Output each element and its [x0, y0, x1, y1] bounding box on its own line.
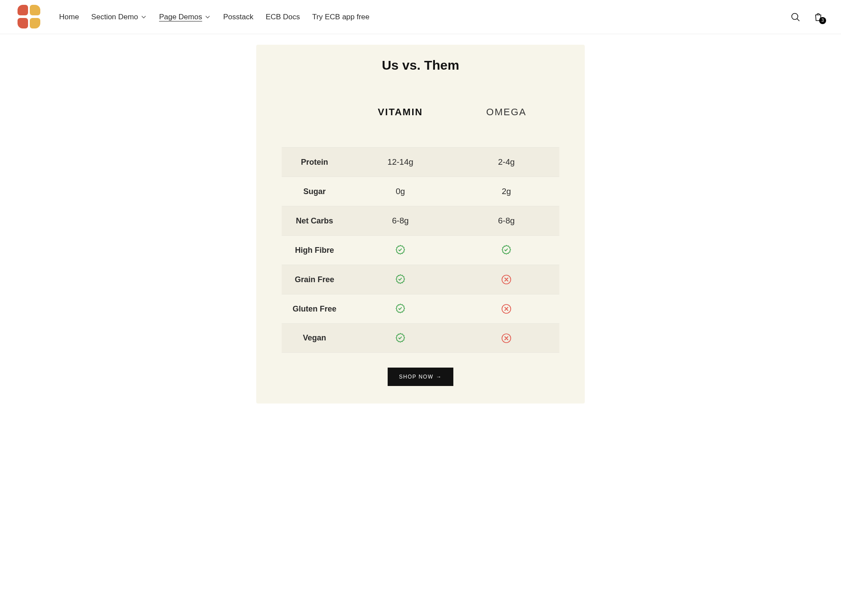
main-nav: HomeSection DemoPage DemosPosstackECB Do…	[59, 13, 790, 21]
x-badge-icon	[501, 333, 512, 344]
site-header: HomeSection DemoPage DemosPosstackECB Do…	[0, 0, 841, 34]
cell-b: 2-4g	[453, 157, 559, 167]
cell-a	[347, 333, 453, 344]
cell-a: 0g	[347, 187, 453, 196]
arrow-right-icon: →	[436, 374, 442, 380]
shop-now-label: SHOP NOW	[399, 374, 433, 380]
table-row: Protein12-14g2-4g	[282, 147, 559, 177]
cart-count-badge: 3	[819, 17, 826, 24]
table-row: Gluten Free	[282, 294, 559, 323]
brand-b-label: OMEGA	[453, 106, 559, 118]
row-label: Vegan	[282, 333, 347, 343]
nav-item-home[interactable]: Home	[59, 13, 79, 21]
chevron-down-icon	[205, 14, 211, 20]
cell-b: 2g	[453, 187, 559, 196]
x-badge-icon	[501, 303, 512, 315]
row-label: Grain Free	[282, 275, 347, 284]
brand-a-label: VITAMIN	[347, 106, 453, 118]
nav-item-ecb-docs[interactable]: ECB Docs	[265, 13, 300, 21]
table-row: Net Carbs6-8g6-8g	[282, 206, 559, 235]
nav-item-section-demo[interactable]: Section Demo	[91, 13, 147, 21]
cell-b	[453, 274, 559, 285]
table-row: Grain Free	[282, 265, 559, 294]
cell-b	[453, 333, 559, 344]
cell-b	[453, 303, 559, 315]
nav-item-posstack[interactable]: Posstack	[223, 13, 253, 21]
nav-item-label: Page Demos	[159, 13, 202, 21]
svg-point-0	[792, 13, 798, 19]
check-badge-icon	[395, 303, 406, 315]
nav-item-try-ecb-app-free[interactable]: Try ECB app free	[312, 13, 370, 21]
cell-a	[347, 303, 453, 315]
cell-b: 6-8g	[453, 216, 559, 226]
table-row: Vegan	[282, 323, 559, 353]
search-icon[interactable]	[790, 12, 801, 22]
cell-a	[347, 244, 453, 256]
comparison-rows: Protein12-14g2-4gSugar0g2gNet Carbs6-8g6…	[282, 147, 559, 353]
nav-item-label: Try ECB app free	[312, 13, 370, 21]
nav-item-label: Home	[59, 13, 79, 21]
cell-a: 6-8g	[347, 216, 453, 226]
nav-item-label: Posstack	[223, 13, 253, 21]
check-badge-icon	[501, 244, 512, 256]
row-label: Protein	[282, 158, 347, 167]
site-logo[interactable]	[18, 5, 42, 29]
check-badge-icon	[395, 333, 406, 344]
comparison-card: Us vs. Them VITAMIN OMEGA Protein12-14g2…	[256, 45, 585, 404]
svg-line-1	[797, 18, 800, 21]
cell-a	[347, 274, 453, 285]
cell-a: 12-14g	[347, 157, 453, 167]
cart-icon[interactable]: 3	[813, 12, 823, 22]
table-row: High Fibre	[282, 235, 559, 265]
nav-item-page-demos[interactable]: Page Demos	[159, 13, 211, 21]
nav-item-label: Section Demo	[91, 13, 138, 21]
cell-b	[453, 244, 559, 256]
nav-item-label: ECB Docs	[265, 13, 300, 21]
comparison-column-headers: VITAMIN OMEGA	[282, 90, 559, 134]
shop-now-button[interactable]: SHOP NOW →	[388, 368, 453, 386]
chevron-down-icon	[141, 14, 147, 20]
check-badge-icon	[395, 244, 406, 256]
row-label: Gluten Free	[282, 304, 347, 314]
table-row: Sugar0g2g	[282, 177, 559, 206]
check-badge-icon	[395, 274, 406, 285]
row-label: High Fibre	[282, 246, 347, 255]
row-label: Net Carbs	[282, 216, 347, 226]
x-badge-icon	[501, 274, 512, 285]
row-label: Sugar	[282, 187, 347, 196]
comparison-title: Us vs. Them	[269, 58, 572, 73]
